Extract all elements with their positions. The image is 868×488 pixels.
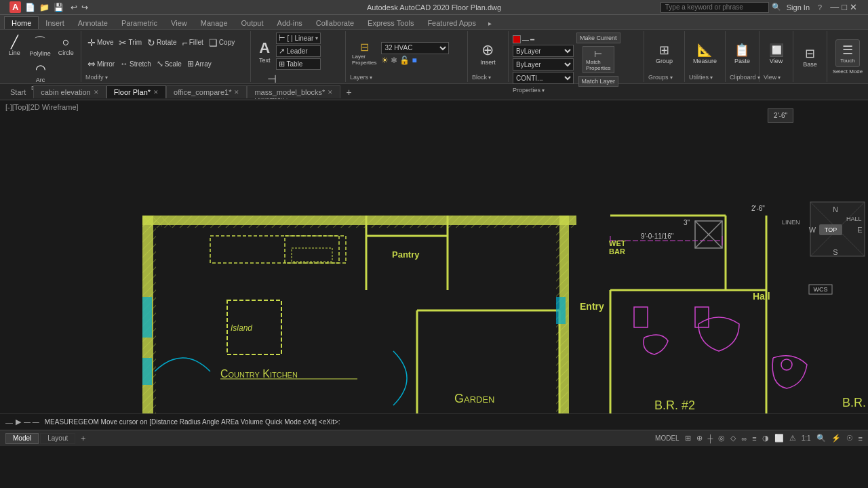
fillet-btn[interactable]: ⌐ Fillet — [180, 37, 205, 49]
utilities-label[interactable]: Utilities — [689, 74, 721, 81]
layout-tab[interactable]: Layout — [40, 433, 75, 444]
mirror-btn[interactable]: ⇔ Mirror — [85, 58, 117, 70]
lineweight-dropdown[interactable]: CONTI... — [513, 72, 574, 84]
scale-btn[interactable]: ⤡ Scale — [155, 58, 184, 69]
block-group-label[interactable]: Block — [472, 74, 504, 81]
trim-btn[interactable]: ✂ Trim — [117, 37, 144, 49]
tab-close-mass[interactable]: ✕ — [328, 89, 333, 96]
doc-tab-mass[interactable]: mass_model_blocks* ✕ — [247, 85, 340, 98]
color-dropdown[interactable]: ByLayer — [513, 45, 574, 57]
doc-tab-floor[interactable]: Floor Plan* ✕ — [106, 85, 166, 98]
new-tab-btn[interactable]: + — [340, 85, 357, 99]
modify-group-label[interactable]: Modify — [85, 74, 246, 81]
table-btn[interactable]: ⊞ Table — [276, 58, 321, 70]
snap-icon[interactable]: ⊕ — [696, 434, 703, 443]
grid-icon[interactable]: ⊞ — [685, 434, 691, 443]
linetype-dropdown[interactable]: ByLayer — [513, 58, 574, 70]
tab-collaborate[interactable]: Collaborate — [309, 17, 361, 29]
overflow-icon[interactable]: ▸ — [483, 18, 497, 29]
insert-btn[interactable]: ⊕ Insert — [480, 41, 496, 66]
layer-properties-btn[interactable]: ⊟ LayerProperties — [350, 40, 378, 66]
line-btn[interactable]: ╱ Line — [4, 33, 24, 58]
lineweight-icon[interactable]: ≡ — [752, 434, 756, 443]
ortho-icon[interactable]: ┼ — [708, 434, 713, 443]
text-btn[interactable]: A Text — [255, 38, 275, 65]
view-btn[interactable]: 🔲 View — [769, 43, 784, 64]
save-btn[interactable]: 💾 — [54, 3, 64, 12]
undo-btn[interactable]: ↩ — [71, 3, 77, 12]
hardware-accel-icon[interactable]: ⚡ — [831, 434, 841, 443]
open-btn[interactable]: 📁 — [39, 3, 50, 12]
paste-btn[interactable]: 📋 Paste — [734, 43, 750, 64]
new-btn[interactable]: 📄 — [25, 3, 35, 12]
tab-annotate[interactable]: Annotate — [71, 17, 115, 29]
doc-tab-start[interactable]: Start — [3, 85, 33, 98]
rotate-btn[interactable]: ↻ Rotate — [145, 37, 178, 49]
layer-on-icon[interactable]: ☀ — [381, 56, 389, 65]
match-layer-btn[interactable]: Match Layer — [578, 76, 619, 87]
measure-btn[interactable]: 📐 Measure — [693, 43, 717, 64]
stretch-btn[interactable]: ↔ Stretch — [118, 58, 153, 69]
annotation-monitor-icon[interactable]: ⚠ — [789, 434, 796, 443]
tab-close-cabin[interactable]: ✕ — [94, 89, 99, 96]
tab-manage[interactable]: Manage — [194, 17, 235, 29]
select-mode-btn[interactable]: Select Mode — [833, 68, 863, 75]
tab-view[interactable]: View — [164, 17, 194, 29]
leader-btn[interactable]: ↗ Leader — [276, 45, 321, 57]
dim-expand-icon[interactable]: ▾ — [315, 35, 318, 41]
minimize-btn[interactable]: — — [830, 2, 839, 12]
isolate-icon[interactable]: ☉ — [846, 434, 853, 443]
osnap-icon[interactable]: ◇ — [730, 434, 736, 443]
transparency-icon[interactable]: ◑ — [762, 434, 769, 443]
modify-group: ✛ Move ✂ Trim ↻ Rotate ⌐ Fillet ❑ Copy ⇔… — [81, 31, 251, 82]
layer-dropdown[interactable]: 32 HVAC — [381, 42, 449, 54]
doc-tab-cabin[interactable]: cabin elevation ✕ — [33, 85, 106, 98]
circle-btn[interactable]: ○ Circle — [56, 34, 77, 58]
sign-in-btn[interactable]: Sign In — [787, 3, 810, 12]
doc-tab-office[interactable]: office_compare1* ✕ — [166, 85, 247, 98]
units-icon[interactable]: 1:1 — [802, 434, 811, 442]
zoom-icon[interactable]: 🔍 — [816, 434, 826, 443]
polyline-btn[interactable]: ⌒ Polyline — [26, 33, 54, 58]
selection-icon[interactable]: ⬜ — [774, 434, 784, 443]
search-input[interactable] — [660, 2, 769, 13]
view-panel-label[interactable]: View — [764, 74, 789, 81]
layer-freeze-icon[interactable]: ❄ — [391, 56, 397, 65]
dimension-btn[interactable]: ⊢ [ | Linear ▾ — [276, 33, 321, 44]
copy-btn[interactable]: ❑ Copy — [207, 37, 237, 49]
model-tab[interactable]: Model — [5, 433, 39, 444]
touch-btn[interactable]: ☰ Touch — [835, 39, 859, 67]
arc-btn[interactable]: ◠ Arc — [31, 60, 51, 85]
tab-featured[interactable]: Featured Apps — [420, 17, 483, 29]
move-btn[interactable]: ✛ Move — [85, 37, 115, 49]
match-properties-btn[interactable]: ⊢ MatchProperties — [583, 46, 614, 73]
make-current-btn[interactable]: Make Current — [576, 33, 620, 43]
properties-group-label[interactable]: Properties — [513, 87, 639, 94]
redo-btn[interactable]: ↪ — [81, 3, 88, 12]
help-btn[interactable]: ? — [818, 3, 822, 12]
arc-icon: ◠ — [35, 62, 46, 77]
layer-group-label[interactable]: Layers — [350, 74, 463, 81]
tab-home[interactable]: Home — [4, 16, 39, 29]
close-btn[interactable]: ✕ — [850, 2, 857, 12]
tab-insert[interactable]: Insert — [39, 17, 71, 29]
group-btn[interactable]: ⊞ Group — [656, 43, 673, 64]
tab-close-office[interactable]: ✕ — [234, 89, 239, 96]
otrack-icon[interactable]: ∞ — [741, 434, 747, 443]
array-btn[interactable]: ⊞ Array — [185, 58, 214, 69]
tab-express[interactable]: Express Tools — [361, 17, 420, 29]
groups-panel-label[interactable]: Groups — [648, 74, 680, 81]
search-icon[interactable]: 🔍 — [772, 3, 781, 12]
clipboard-label[interactable]: Clipboard — [730, 74, 755, 81]
base-btn[interactable]: ⊟ Base — [803, 46, 817, 68]
polar-icon[interactable]: ◎ — [718, 434, 725, 443]
add-layout-btn[interactable]: + — [77, 433, 90, 444]
tab-close-floor[interactable]: ✕ — [153, 89, 159, 96]
maximize-btn[interactable]: □ — [842, 2, 847, 12]
layer-lock-icon[interactable]: 🔓 — [399, 56, 410, 65]
layer-color-icon[interactable]: ■ — [412, 56, 416, 65]
tab-addins[interactable]: Add-ins — [271, 17, 309, 29]
properties-panel-icon[interactable]: ≡ — [859, 434, 863, 443]
tab-parametric[interactable]: Parametric — [115, 17, 164, 29]
tab-output[interactable]: Output — [235, 17, 271, 29]
